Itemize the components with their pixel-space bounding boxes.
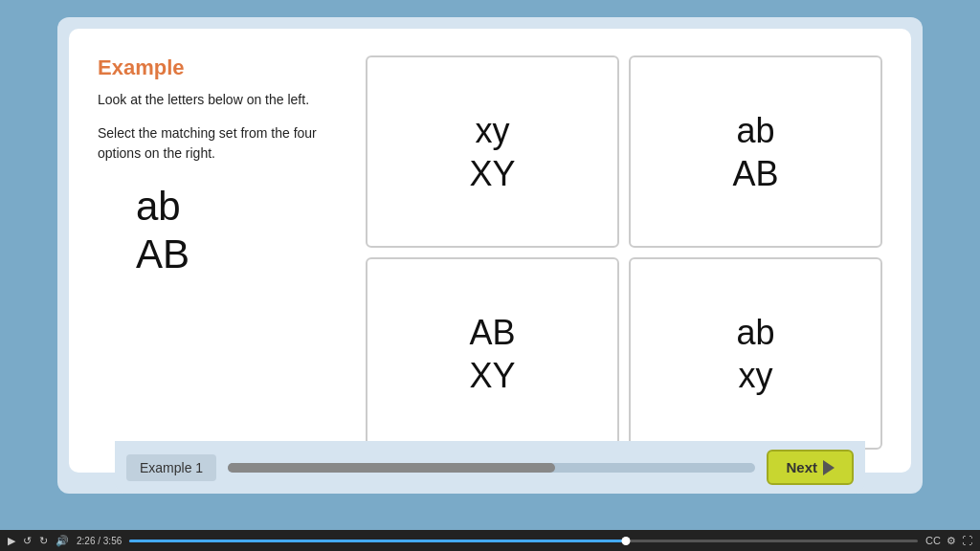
- card-content: Example Look at the letters below on the…: [98, 55, 882, 450]
- example-label-badge: Example 1: [126, 454, 216, 481]
- rewind-button[interactable]: ↺: [23, 535, 32, 547]
- forward-button[interactable]: ↻: [39, 535, 48, 547]
- video-progress-fill: [129, 540, 626, 542]
- progress-bar-fill: [228, 463, 555, 473]
- progress-bar: [228, 463, 755, 473]
- instruction-line1: Look at the letters below on the left.: [98, 90, 346, 110]
- sample-line2: AB: [136, 231, 346, 278]
- opt4-line1: ab: [736, 311, 774, 354]
- settings-button[interactable]: ⚙: [947, 535, 956, 547]
- opt4-line2: xy: [736, 354, 774, 397]
- instruction-line2: Select the matching set from the four op…: [98, 123, 346, 164]
- example-title: Example: [98, 55, 346, 80]
- opt3-line1: AB: [469, 311, 515, 354]
- next-arrow-icon: [823, 460, 835, 475]
- sample-letters: ab AB: [136, 183, 346, 279]
- opt1-line1: xy: [469, 109, 515, 152]
- play-button[interactable]: ▶: [8, 535, 15, 547]
- option-4[interactable]: ab xy: [629, 257, 882, 450]
- next-label: Next: [786, 459, 817, 475]
- video-progress-bar[interactable]: [129, 540, 918, 542]
- time-display: 2:26 / 3:56: [77, 536, 122, 546]
- left-panel: Example Look at the letters below on the…: [98, 55, 346, 450]
- video-controls-bar: ▶ ↺ ↻ 🔊 2:26 / 3:56 CC ⚙ ⛶: [0, 530, 980, 551]
- fullscreen-button[interactable]: ⛶: [962, 535, 972, 547]
- card: Example Look at the letters below on the…: [69, 29, 911, 473]
- opt1-line2: XY: [469, 152, 515, 195]
- option-3[interactable]: AB XY: [366, 257, 619, 450]
- options-grid: xy XY ab AB AB XY: [366, 55, 882, 450]
- option-1[interactable]: xy XY: [366, 55, 619, 248]
- next-button[interactable]: Next: [767, 450, 854, 485]
- main-container: Example Look at the letters below on the…: [57, 17, 923, 494]
- video-progress-thumb: [622, 537, 631, 545]
- cc-button[interactable]: CC: [925, 535, 941, 547]
- option-2[interactable]: ab AB: [629, 55, 882, 248]
- opt3-line2: XY: [469, 354, 515, 397]
- volume-button[interactable]: 🔊: [56, 535, 69, 547]
- sample-line1: ab: [136, 183, 346, 231]
- bottom-bar: Example 1 Next: [115, 441, 865, 494]
- right-controls: CC ⚙ ⛶: [925, 535, 972, 547]
- opt2-line2: AB: [732, 152, 778, 195]
- opt2-line1: ab: [732, 109, 778, 152]
